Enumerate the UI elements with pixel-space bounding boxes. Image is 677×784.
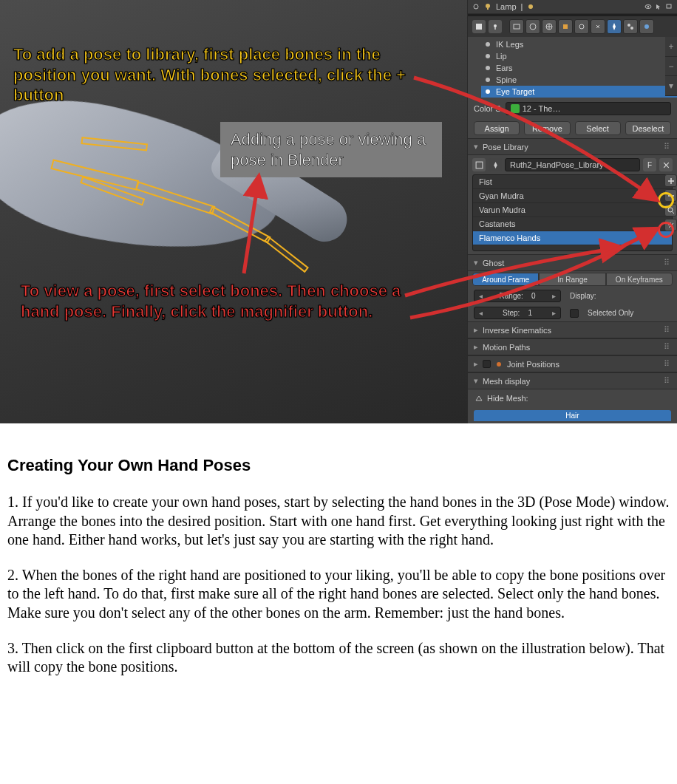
tab-scene[interactable] — [525, 19, 540, 34]
pose-item[interactable]: Flamenco Hands — [473, 231, 672, 245]
cursor-icon[interactable] — [655, 3, 662, 10]
ghost-tab-keys[interactable]: On Keyframes — [606, 273, 673, 286]
bone-group-label: Eye Target — [496, 87, 534, 96]
tab-physics[interactable] — [639, 19, 654, 34]
pose-add-button[interactable] — [664, 174, 677, 187]
hide-mesh-label: Hide Mesh: — [487, 394, 528, 403]
grip-icon: ⠿ — [664, 142, 671, 151]
blender-screenshot: To add a pose to library, first place bo… — [0, 0, 677, 423]
color-set-label: Color S — [474, 104, 501, 113]
doc-step-2: 2. When the bones of the right hand are … — [7, 566, 670, 623]
svg-point-17 — [486, 42, 490, 47]
svg-point-0 — [474, 4, 478, 9]
lamp-icon — [484, 3, 491, 10]
color-set-field[interactable]: 12 - The… — [506, 102, 671, 115]
pose-library-name-field[interactable]: Ruth2_HandPose_Library — [505, 158, 640, 171]
panel-header-joint-positions[interactable]: Joint Positions⠿ — [468, 355, 677, 372]
pose-item[interactable]: Varun Mudra — [473, 203, 672, 217]
panel-header-ik[interactable]: Inverse Kinematics⠿ — [468, 321, 677, 338]
svg-point-3 — [528, 4, 533, 9]
tab-modifiers[interactable] — [591, 19, 605, 34]
svg-rect-10 — [514, 24, 520, 29]
panel-header-mesh-display[interactable]: Mesh display⠿ — [468, 372, 677, 389]
pose-apply-button[interactable] — [664, 204, 677, 217]
ghost-title: Ghost — [483, 259, 504, 267]
doc-step-3: 3. Then click on the first clipboard but… — [7, 639, 670, 677]
outliner-item-label: Lamp — [496, 2, 517, 11]
grip-icon: ⠿ — [664, 325, 671, 335]
pose-library-name-value: Ruth2_HandPose_Library — [510, 160, 604, 169]
fake-user-button[interactable]: F — [643, 158, 656, 171]
grip-icon: ⠿ — [664, 376, 671, 386]
annotation-add-pose: To add a pose to library, first place bo… — [13, 44, 442, 106]
step-value: 1 — [528, 309, 532, 317]
joint-icon — [495, 361, 503, 368]
tab-object[interactable] — [558, 19, 573, 34]
bone-group-item[interactable]: Eye Target — [481, 86, 677, 98]
3d-viewport[interactable]: To add a pose to library, first place bo… — [0, 0, 467, 423]
svg-rect-2 — [487, 8, 489, 10]
bone-group-remove-button[interactable]: − — [665, 57, 677, 77]
motion-title: Motion Paths — [483, 343, 530, 352]
svg-point-23 — [668, 208, 673, 212]
pin-button[interactable] — [489, 20, 502, 33]
selected-only-checkbox[interactable] — [570, 309, 579, 318]
bone-group-label: Ears — [496, 64, 513, 72]
lamp-data-icon — [527, 3, 534, 10]
ghost-step-field[interactable]: ◂Step: 1▸ — [474, 307, 561, 319]
bone[interactable] — [264, 236, 309, 273]
grip-icon: ⠿ — [664, 342, 671, 352]
pose-sanitize-button[interactable] — [664, 219, 677, 231]
annotation-view-pose: To view a pose, first select bones. Then… — [21, 281, 442, 321]
panel-header-pose-library[interactable]: Pose Library ⠿ — [468, 138, 677, 155]
pose-item[interactable]: Castanets — [473, 217, 672, 231]
mesh-title: Mesh display — [483, 377, 530, 386]
ghost-tab-around[interactable]: Around Frame — [472, 273, 539, 286]
tab-render[interactable] — [509, 19, 524, 34]
deselect-button[interactable]: Deselect — [625, 121, 671, 135]
bone-group-item[interactable]: Spine — [481, 74, 677, 86]
eye-icon[interactable] — [644, 3, 652, 10]
ghost-range-row: ◂Range: 0▸ Display: — [468, 287, 677, 304]
svg-point-15 — [630, 27, 633, 30]
pose-remove-button[interactable] — [664, 189, 677, 202]
tab-bone[interactable] — [623, 19, 638, 34]
assign-button[interactable]: Assign — [474, 121, 520, 135]
bone-group-menu-button[interactable]: ▾ — [665, 76, 677, 96]
pose-item[interactable]: Fist — [473, 175, 672, 189]
ghost-range-field[interactable]: ◂Range: 0▸ — [474, 290, 561, 302]
outliner-row-lamp[interactable]: Lamp | — [468, 0, 677, 14]
tab-constraints[interactable] — [574, 19, 589, 34]
select-button[interactable]: Select — [575, 121, 621, 135]
color-swatch — [511, 104, 520, 113]
color-set-value: 12 - The… — [523, 104, 561, 113]
range-label: Range: — [500, 292, 523, 300]
bone-group-label: Spine — [496, 75, 517, 84]
svg-rect-6 — [667, 4, 671, 8]
tab-world[interactable] — [542, 19, 557, 34]
panel-header-ghost[interactable]: Ghost ⠿ — [468, 254, 677, 271]
context-menu-button[interactable] — [472, 20, 486, 33]
render-icon[interactable] — [665, 3, 673, 10]
context-tabs — [509, 19, 673, 34]
pose-item[interactable]: Gyan Mudra — [473, 189, 672, 203]
pose-side-buttons — [664, 174, 677, 231]
unlink-action-button[interactable] — [659, 158, 673, 171]
ghost-tab-range[interactable]: In Range — [539, 273, 605, 286]
svg-point-20 — [486, 78, 490, 82]
svg-point-18 — [486, 54, 490, 58]
hair-tab[interactable]: Hair — [474, 410, 671, 421]
browse-action-button[interactable] — [472, 158, 486, 171]
bone-group-item[interactable]: IK Legs — [481, 38, 677, 50]
bone-group-item[interactable]: Lip — [481, 50, 677, 62]
panel-header-motion-paths[interactable]: Motion Paths⠿ — [468, 338, 677, 355]
tab-armature[interactable] — [607, 19, 622, 34]
bone-group-item[interactable]: Ears — [481, 62, 677, 74]
expand-icon — [472, 3, 480, 10]
pose-library-title: Pose Library — [483, 143, 528, 151]
joint-checkbox[interactable] — [483, 360, 491, 368]
svg-point-16 — [644, 24, 649, 29]
bone-group-add-button[interactable]: + — [665, 37, 677, 57]
remove-button[interactable]: Remove — [524, 121, 570, 135]
bone-group-icon — [484, 76, 491, 83]
